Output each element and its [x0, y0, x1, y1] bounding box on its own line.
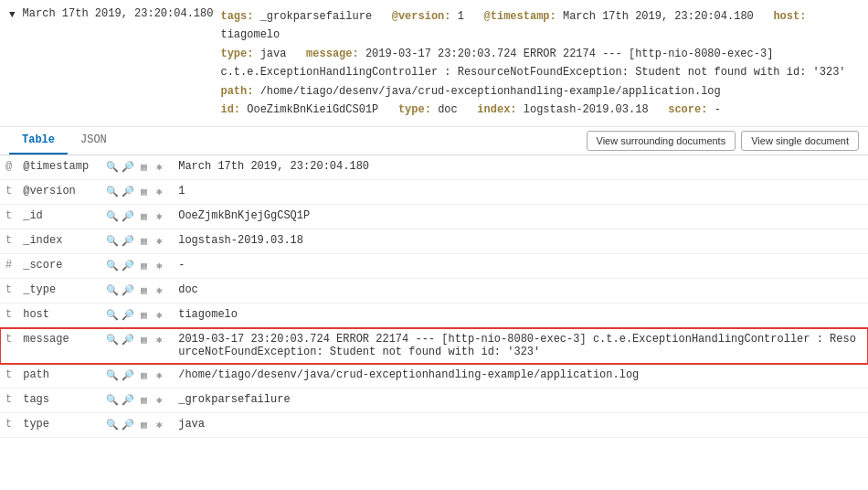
pin-icon[interactable]: ✱	[152, 418, 166, 432]
filter-out-icon[interactable]: 🔎	[121, 259, 135, 273]
cell-field-name: _index	[17, 229, 100, 254]
cell-field-value: March 17th 2019, 23:20:04.180	[173, 155, 868, 180]
cell-field-name: _score	[17, 254, 100, 279]
cell-type: t	[0, 413, 17, 438]
cell-actions: 🔍🔎▦✱	[100, 413, 173, 438]
pin-icon[interactable]: ✱	[152, 160, 166, 175]
filter-out-icon[interactable]: 🔎	[121, 160, 135, 175]
filter-out-icon[interactable]: 🔎	[121, 185, 135, 199]
cell-field-name: path	[17, 364, 100, 389]
cell-field-value: doc	[173, 279, 868, 304]
pin-icon[interactable]: ✱	[152, 283, 166, 298]
columns-icon[interactable]: ▦	[136, 234, 151, 249]
filter-out-icon[interactable]: 🔎	[121, 393, 135, 408]
cell-type: @	[0, 155, 17, 180]
log-fields-line3: id: OoeZimkBnKieiGdCS01P type: doc index…	[220, 101, 859, 119]
filter-out-icon[interactable]: 🔎	[121, 333, 135, 347]
tabs-right: View surrounding documents View single d…	[587, 131, 859, 151]
filter-for-icon[interactable]: 🔍	[105, 209, 120, 224]
filter-out-icon[interactable]: 🔎	[121, 418, 135, 432]
cell-field-value: 2019-03-17 23:20:03.724 ERROR 22174 --- …	[173, 328, 868, 364]
columns-icon[interactable]: ▦	[136, 185, 151, 199]
view-single-button[interactable]: View single document	[741, 131, 859, 151]
pin-icon[interactable]: ✱	[152, 308, 166, 323]
columns-icon[interactable]: ▦	[136, 333, 151, 347]
cell-type: #	[0, 254, 17, 279]
pin-icon[interactable]: ✱	[152, 368, 166, 383]
columns-icon[interactable]: ▦	[136, 418, 151, 432]
columns-icon[interactable]: ▦	[136, 368, 151, 383]
cell-type: t	[0, 180, 17, 205]
cell-field-value: _grokparsefailure	[173, 389, 868, 413]
collapse-arrow[interactable]: ▼	[9, 9, 16, 20]
cell-actions: 🔍🔎▦✱	[100, 304, 173, 328]
filter-for-icon[interactable]: 🔍	[105, 185, 120, 199]
table-row: #_score🔍🔎▦✱-	[0, 254, 868, 279]
columns-icon[interactable]: ▦	[136, 209, 151, 224]
table-row: t_index🔍🔎▦✱logstash-2019.03.18	[0, 229, 868, 254]
tab-table[interactable]: Table	[9, 127, 68, 154]
table-row: t_id🔍🔎▦✱OoeZjmkBnKjejGgCSQ1P	[0, 205, 868, 229]
cell-field-value: logstash-2019.03.18	[173, 229, 868, 254]
cell-actions: 🔍🔎▦✱	[100, 155, 173, 180]
cell-field-value: tiagomelo	[173, 304, 868, 328]
tabs-left: Table JSON	[9, 127, 120, 154]
filter-for-icon[interactable]: 🔍	[105, 393, 120, 408]
filter-out-icon[interactable]: 🔎	[121, 234, 135, 249]
columns-icon[interactable]: ▦	[136, 160, 151, 175]
filter-for-icon[interactable]: 🔍	[105, 234, 120, 249]
table-row: thost🔍🔎▦✱tiagomelo	[0, 304, 868, 328]
cell-type: t	[0, 389, 17, 413]
columns-icon[interactable]: ▦	[136, 283, 151, 298]
cell-type: t	[0, 279, 17, 304]
filter-for-icon[interactable]: 🔍	[105, 333, 120, 347]
cell-actions: 🔍🔎▦✱	[100, 364, 173, 389]
cell-field-name: @version	[17, 180, 100, 205]
cell-type: t	[0, 364, 17, 389]
cell-field-name: _id	[17, 205, 100, 229]
cell-actions: 🔍🔎▦✱	[100, 180, 173, 205]
cell-type: t	[0, 229, 17, 254]
filter-out-icon[interactable]: 🔎	[121, 209, 135, 224]
columns-icon[interactable]: ▦	[136, 259, 151, 273]
filter-for-icon[interactable]: 🔍	[105, 160, 120, 175]
columns-icon[interactable]: ▦	[136, 308, 151, 323]
filter-for-icon[interactable]: 🔍	[105, 283, 120, 298]
cell-actions: 🔍🔎▦✱	[100, 389, 173, 413]
pin-icon[interactable]: ✱	[152, 333, 166, 347]
filter-for-icon[interactable]: 🔍	[105, 368, 120, 383]
pin-icon[interactable]: ✱	[152, 209, 166, 224]
columns-icon[interactable]: ▦	[136, 393, 151, 408]
cell-field-name: host	[17, 304, 100, 328]
table-row: t@version🔍🔎▦✱1	[0, 180, 868, 205]
tabs-row: Table JSON View surrounding documents Vi…	[0, 127, 868, 155]
cell-type: t	[0, 328, 17, 364]
filter-out-icon[interactable]: 🔎	[121, 368, 135, 383]
pin-icon[interactable]: ✱	[152, 393, 166, 408]
cell-field-name: message	[17, 328, 100, 364]
filter-out-icon[interactable]: 🔎	[121, 308, 135, 323]
cell-actions: 🔍🔎▦✱	[100, 205, 173, 229]
cell-type: t	[0, 205, 17, 229]
tab-json[interactable]: JSON	[68, 127, 120, 154]
cell-field-value: /home/tiago/desenv/java/crud-exceptionha…	[173, 364, 868, 389]
cell-field-name: _type	[17, 279, 100, 304]
filter-out-icon[interactable]: 🔎	[121, 283, 135, 298]
log-timestamp: March 17th 2019, 23:20:04.180	[23, 7, 214, 20]
filter-for-icon[interactable]: 🔍	[105, 259, 120, 273]
log-fields: tags: _grokparsefailure @version: 1 @tim…	[220, 7, 859, 119]
log-fields-line1: tags: _grokparsefailure @version: 1 @tim…	[220, 7, 859, 45]
pin-icon[interactable]: ✱	[152, 259, 166, 273]
table-row: ttype🔍🔎▦✱java	[0, 413, 868, 438]
cell-field-name: type	[17, 413, 100, 438]
view-surrounding-button[interactable]: View surrounding documents	[587, 131, 736, 151]
table-row: tpath🔍🔎▦✱/home/tiago/desenv/java/crud-ex…	[0, 364, 868, 389]
table-row: t_type🔍🔎▦✱doc	[0, 279, 868, 304]
cell-actions: 🔍🔎▦✱	[100, 254, 173, 279]
filter-for-icon[interactable]: 🔍	[105, 418, 120, 432]
cell-actions: 🔍🔎▦✱	[100, 279, 173, 304]
filter-for-icon[interactable]: 🔍	[105, 308, 120, 323]
pin-icon[interactable]: ✱	[152, 185, 166, 199]
pin-icon[interactable]: ✱	[152, 234, 166, 249]
cell-field-value: OoeZjmkBnKjejGgCSQ1P	[173, 205, 868, 229]
